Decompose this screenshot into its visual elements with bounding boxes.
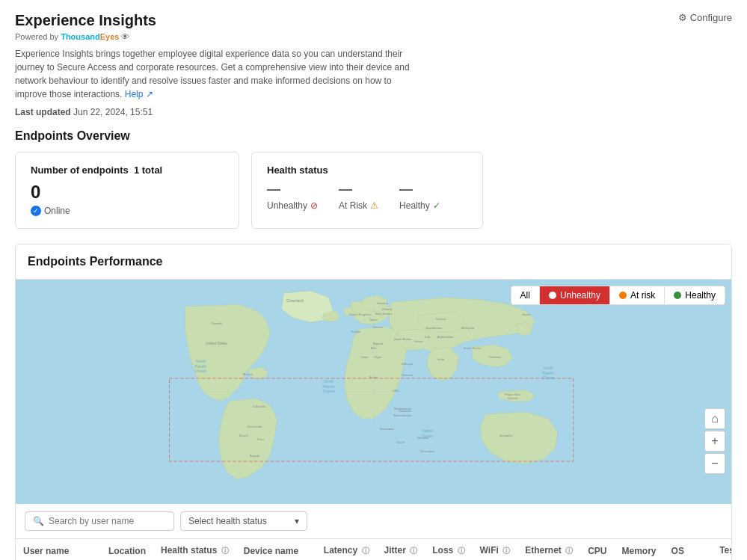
description-text: Experience Insights brings together empl… <box>15 47 419 101</box>
wifi-info-icon[interactable]: ⓘ <box>502 547 510 555</box>
jitter-info-icon[interactable]: ⓘ <box>410 547 417 555</box>
filter-unhealthy-button[interactable]: Unhealthy <box>540 286 610 304</box>
col-location: Location <box>101 539 153 560</box>
search-icon: 🔍 <box>33 516 44 526</box>
performance-header: Endpoints Performance <box>16 244 731 280</box>
map-zoom-in-button[interactable]: + <box>704 431 725 452</box>
svg-text:Greenland: Greenland <box>286 299 304 303</box>
ethernet-info-icon[interactable]: ⓘ <box>565 547 573 555</box>
table-header-row: User name Location Health status ⓘ Devic… <box>16 539 732 560</box>
map-filters: All Unhealthy At risk Healthy <box>511 286 725 305</box>
svg-text:Somalia: Somalia <box>402 373 414 377</box>
healthy-item: — Healthy ✓ <box>399 182 440 211</box>
svg-text:North: North <box>196 359 206 363</box>
endpoints-count-card: Number of endpoints 1 total 0 Online <box>15 152 239 229</box>
world-map[interactable]: All Unhealthy At risk Healthy ⌂ <box>16 280 731 504</box>
col-latency: Latency ⓘ <box>316 539 377 560</box>
col-testtime: Test time ⓘ <box>712 539 732 560</box>
map-zoom-out-button[interactable]: − <box>704 453 725 474</box>
endpoints-overview-title: Endpoints Overview <box>15 129 732 143</box>
svg-text:Pacific: Pacific <box>195 364 207 369</box>
svg-text:Yemen: Yemen <box>414 339 424 343</box>
performance-section: Endpoints Performance All Unhealthy At r… <box>15 244 732 560</box>
online-icon <box>31 206 41 216</box>
svg-text:Poland: Poland <box>382 307 393 311</box>
svg-text:North: North <box>544 366 553 370</box>
svg-text:Ocean: Ocean <box>323 389 335 393</box>
health-info-icon[interactable]: ⓘ <box>221 547 229 555</box>
svg-text:Angola: Angola <box>250 454 260 458</box>
svg-text:Mexico: Mexico <box>243 372 253 376</box>
svg-text:Algeria: Algeria <box>373 342 384 345</box>
health-status-select[interactable]: Select health status ▾ <box>180 511 307 531</box>
healthy-icon: ✓ <box>433 200 440 211</box>
svg-text:Madagascar: Madagascar <box>394 407 412 410</box>
filter-atrisk-button[interactable]: At risk <box>610 286 665 304</box>
svg-text:Papua New: Papua New <box>505 393 522 396</box>
svg-text:Mali: Mali <box>371 346 377 350</box>
configure-button[interactable]: ⚙ Configure <box>678 12 732 23</box>
at-risk-icon: ⚠ <box>370 200 378 211</box>
endpoints-table: User name Location Health status ⓘ Devic… <box>16 539 732 560</box>
loss-info-icon[interactable]: ⓘ <box>458 547 465 555</box>
col-ethernet: Ethernet ⓘ <box>517 539 580 560</box>
atrisk-filter-dot <box>619 292 627 299</box>
health-status-card: Health status — Unhealthy ⊘ — At Risk ⚠ <box>251 152 483 229</box>
svg-text:Namibia: Namibia <box>417 436 429 440</box>
unhealthy-item: — Unhealthy ⊘ <box>267 182 318 211</box>
svg-text:Brazil: Brazil <box>239 434 248 437</box>
svg-text:DRC: DRC <box>393 389 399 393</box>
svg-text:United States: United States <box>206 342 227 345</box>
svg-text:Colombia: Colombia <box>253 404 266 408</box>
svg-text:Türkiye: Türkiye <box>351 330 361 333</box>
powered-by: Powered by ThousandEyes 👁 <box>15 32 732 41</box>
at-risk-item: — At Risk ⚠ <box>339 182 378 211</box>
svg-text:Sweden: Sweden <box>377 301 389 305</box>
svg-text:Australia: Australia <box>499 434 512 437</box>
total-count: 1 total <box>134 164 162 176</box>
map-svg: North Pacific Ocean North Atlantic Ocean… <box>16 280 731 504</box>
last-updated: Last updated Jun 22, 2024, 15:51 <box>15 107 732 117</box>
col-health: Health status ⓘ <box>153 539 236 560</box>
performance-title: Endpoints Performance <box>28 255 719 268</box>
col-device: Device name <box>236 539 316 560</box>
svg-text:Mongolia: Mongolia <box>461 326 475 330</box>
col-os: OS <box>664 539 713 560</box>
svg-text:Saudi Arabia: Saudi Arabia <box>394 337 412 341</box>
filter-healthy-button[interactable]: Healthy <box>665 286 725 304</box>
svg-text:South Korea: South Korea <box>464 346 482 350</box>
svg-text:Ukraine: Ukraine <box>381 312 393 316</box>
map-home-button[interactable]: ⌂ <box>704 408 725 429</box>
svg-text:Japan: Japan <box>522 313 531 316</box>
health-items: — Unhealthy ⊘ — At Risk ⚠ — H <box>267 182 467 211</box>
search-input[interactable] <box>49 516 166 526</box>
svg-text:Niger: Niger <box>374 355 382 359</box>
svg-text:Libya: Libya <box>360 355 369 359</box>
table-section: 🔍 Select health status ▾ User name <box>16 504 731 560</box>
page-header: Experience Insights ⚙ Configure <box>15 12 732 29</box>
search-wrapper[interactable]: 🔍 <box>25 511 174 531</box>
overview-cards: Number of endpoints 1 total 0 Online Hea… <box>15 152 732 229</box>
svg-text:Ocean: Ocean <box>195 369 207 373</box>
svg-text:Botswana: Botswana <box>380 427 394 431</box>
gear-icon: ⚙ <box>678 12 687 23</box>
svg-text:Spain: Spain <box>369 318 378 321</box>
svg-text:Ethiopia: Ethiopia <box>402 362 414 366</box>
svg-text:Italy: Italy <box>375 312 382 316</box>
col-memory: Memory <box>615 539 664 560</box>
col-jitter: Jitter ⓘ <box>377 539 425 560</box>
map-controls: ⌂ + − <box>704 408 725 474</box>
svg-text:Thailand: Thailand <box>488 355 501 359</box>
svg-text:United Kingdom: United Kingdom <box>349 313 372 316</box>
filter-all-button[interactable]: All <box>511 286 540 304</box>
health-status-label: Health status <box>267 164 328 176</box>
svg-text:North: North <box>324 379 333 384</box>
svg-text:Venezuela: Venezuela <box>248 425 262 428</box>
help-link[interactable]: Help ↗ <box>125 89 153 99</box>
latency-info-icon[interactable]: ⓘ <box>362 547 369 555</box>
svg-text:Kazakhstan: Kazakhstan <box>426 326 443 330</box>
healthy-filter-dot <box>674 292 681 299</box>
endpoints-label: Number of endpoints <box>31 164 129 176</box>
unhealthy-icon: ⊘ <box>310 200 318 211</box>
svg-text:Pacific: Pacific <box>543 371 555 375</box>
